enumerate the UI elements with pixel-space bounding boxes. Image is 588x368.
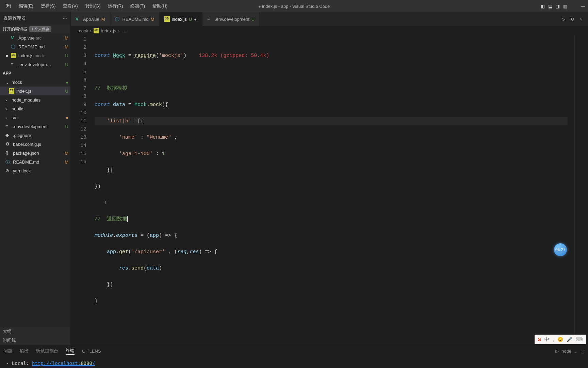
panel-tab-debug[interactable]: 调试控制台 bbox=[36, 348, 58, 354]
terminal-name[interactable]: node bbox=[561, 349, 571, 354]
open-editor-item[interactable]: ⓘ README.md M bbox=[0, 42, 70, 51]
git-icon: ◆ bbox=[5, 133, 11, 138]
vcs-status: U bbox=[62, 124, 68, 129]
item-label: .env.development bbox=[13, 124, 60, 129]
menu-edit[interactable]: 编辑(E) bbox=[15, 2, 37, 11]
minimap[interactable] bbox=[574, 35, 588, 345]
editor-area: V App.vue M ⓘ README.md M JS index.js U … bbox=[71, 12, 588, 345]
menu-file[interactable]: (F) bbox=[2, 2, 15, 11]
ime-keyboard-icon[interactable]: ⌨ bbox=[576, 337, 583, 342]
item-label: .gitignore bbox=[13, 133, 60, 138]
vcs-status: ● bbox=[62, 80, 68, 85]
editor-tab[interactable]: V App.vue M bbox=[71, 12, 110, 26]
vcs-status: M bbox=[62, 35, 68, 41]
open-editor-item[interactable]: V App.vuesrc M bbox=[0, 33, 70, 42]
panel-tab-terminal[interactable]: 终端 bbox=[66, 348, 75, 355]
bottom-panel: 问题 输出 调试控制台 终端 GITLENS ▷ node ⌄ ▢ - Loca… bbox=[0, 345, 588, 368]
menu-run[interactable]: 运行(R) bbox=[104, 2, 126, 11]
recording-overlay[interactable]: 04:27 bbox=[554, 243, 567, 256]
vcs-status: U bbox=[62, 89, 68, 94]
code-content[interactable]: const Mock = require('mockjs') 138.2k (g… bbox=[95, 35, 574, 345]
open-editors-header[interactable]: 打开的编辑器 1 个未保存 bbox=[0, 25, 70, 33]
ime-punct[interactable]: , bbox=[553, 337, 554, 342]
tab-status: M bbox=[101, 17, 105, 22]
tab-status: U bbox=[251, 17, 255, 22]
breadcrumb-folder[interactable]: mock bbox=[78, 28, 88, 33]
terminal-split-icon[interactable]: ⌄ bbox=[574, 349, 578, 354]
item-label: node_modules bbox=[12, 97, 60, 103]
outline-section[interactable]: 大纲 bbox=[0, 327, 70, 336]
editor-tab[interactable]: ⓘ README.md M bbox=[110, 12, 160, 26]
run-icon[interactable]: ▷ bbox=[562, 17, 565, 22]
js-icon: JS bbox=[11, 53, 16, 58]
history-icon[interactable]: ↻ bbox=[571, 17, 574, 22]
ime-floating-bar[interactable]: S 中 , 😊 🎤 ⌨ bbox=[535, 335, 586, 344]
env-icon: ≡ bbox=[207, 16, 213, 22]
folder-item[interactable]: ›src ● bbox=[0, 113, 70, 122]
md-icon: ⓘ bbox=[115, 16, 120, 22]
js-icon: JS bbox=[164, 16, 170, 22]
layout-right-icon[interactable]: ◨ bbox=[556, 4, 560, 9]
vue-icon: V bbox=[76, 16, 81, 22]
file-item[interactable]: {}package.json M bbox=[0, 149, 70, 157]
ime-mic-icon[interactable]: 🎤 bbox=[567, 337, 572, 342]
folder-item[interactable]: ›public bbox=[0, 104, 70, 113]
layout-controls: ◧ ⬓ ◨ ▥ — bbox=[541, 4, 588, 9]
menu-bar: (F) 编辑(E) 选择(S) 查看(V) 转到(G) 运行(R) 终端(T) … bbox=[2, 2, 171, 11]
editor-tab[interactable]: ≡ .env.development U bbox=[202, 12, 260, 26]
file-item[interactable]: ⚙babel.config.js bbox=[0, 140, 70, 149]
menu-select[interactable]: 选择(S) bbox=[37, 2, 59, 11]
terminal-icon[interactable]: ▷ bbox=[555, 349, 559, 354]
more-icon[interactable]: ⋯ bbox=[63, 16, 67, 21]
vcs-status: M bbox=[62, 159, 68, 165]
tab-status: M bbox=[151, 17, 154, 22]
editor[interactable]: 12345678910111213141516 const Mock = req… bbox=[71, 35, 588, 345]
panel-maximize-icon[interactable]: ▢ bbox=[581, 349, 585, 354]
panel-tab-gitlens[interactable]: GITLENS bbox=[82, 349, 101, 354]
breadcrumb[interactable]: mock › JS index.js › … bbox=[71, 26, 588, 35]
vcs-status: U bbox=[62, 53, 68, 58]
terminal-body[interactable]: - Local: http://localhost:8080/ - Networ… bbox=[0, 357, 588, 368]
vcs-status: M bbox=[62, 151, 68, 156]
ime-emoji-icon[interactable]: 😊 bbox=[557, 337, 563, 342]
diff-icon[interactable]: ⑂ bbox=[580, 17, 583, 22]
layout-grid-icon[interactable]: ▥ bbox=[563, 4, 567, 9]
file-item[interactable]: ⓘREADME.md M bbox=[0, 157, 70, 166]
sogou-icon: S bbox=[538, 337, 541, 342]
window-title: ● index.js - app - Visual Studio Code bbox=[258, 4, 330, 9]
editor-tab[interactable]: JS index.js U ● bbox=[160, 12, 202, 26]
timeline-label: 时间线 bbox=[3, 337, 68, 343]
chevron-right-icon: › bbox=[118, 28, 119, 33]
file-item[interactable]: ⊛yarn.lock bbox=[0, 166, 70, 175]
menu-view[interactable]: 查看(V) bbox=[60, 2, 81, 11]
dirty-dot-icon: ● bbox=[5, 53, 9, 58]
folder-header[interactable]: APP bbox=[0, 69, 70, 78]
item-label: mock bbox=[12, 80, 60, 85]
folder-item[interactable]: ›node_modules bbox=[0, 95, 70, 104]
open-editor-item[interactable]: ≡ .env.developm… U bbox=[0, 60, 70, 69]
breadcrumb-file[interactable]: index.js bbox=[101, 28, 116, 33]
sidebar-title: 资源管理器 bbox=[3, 15, 26, 21]
main-layout: 资源管理器 ⋯ 打开的编辑器 1 个未保存 V App.vuesrc M ⓘ R… bbox=[0, 12, 588, 345]
editor-tabs: V App.vue M ⓘ README.md M JS index.js U … bbox=[71, 12, 588, 26]
window-min-icon[interactable]: — bbox=[581, 4, 585, 9]
open-editors-list: V App.vuesrc M ⓘ README.md M● JS index.j… bbox=[0, 33, 70, 69]
ime-lang[interactable]: 中 bbox=[544, 336, 549, 342]
breadcrumb-more[interactable]: … bbox=[122, 28, 126, 33]
file-item[interactable]: ≡.env.development U bbox=[0, 122, 70, 131]
layout-bottom-icon[interactable]: ⬓ bbox=[548, 4, 552, 9]
item-label: README.md bbox=[13, 159, 60, 165]
vcs-status: M bbox=[62, 44, 68, 49]
file-item[interactable]: JSindex.js U bbox=[0, 87, 70, 95]
folder-item[interactable]: ⌄mock ● bbox=[0, 78, 70, 87]
file-item[interactable]: ◆.gitignore bbox=[0, 131, 70, 140]
timeline-section[interactable]: 时间线 bbox=[0, 336, 70, 345]
panel-tab-problems[interactable]: 问题 bbox=[3, 348, 12, 354]
open-editor-item[interactable]: ● JS index.jsmock U bbox=[0, 51, 70, 60]
layout-left-icon[interactable]: ◧ bbox=[541, 4, 545, 9]
menu-help[interactable]: 帮助(H) bbox=[149, 2, 171, 11]
chevron-icon: › bbox=[5, 97, 10, 103]
menu-terminal[interactable]: 终端(T) bbox=[127, 2, 148, 11]
menu-goto[interactable]: 转到(G) bbox=[82, 2, 104, 11]
panel-tab-output[interactable]: 输出 bbox=[20, 348, 29, 354]
